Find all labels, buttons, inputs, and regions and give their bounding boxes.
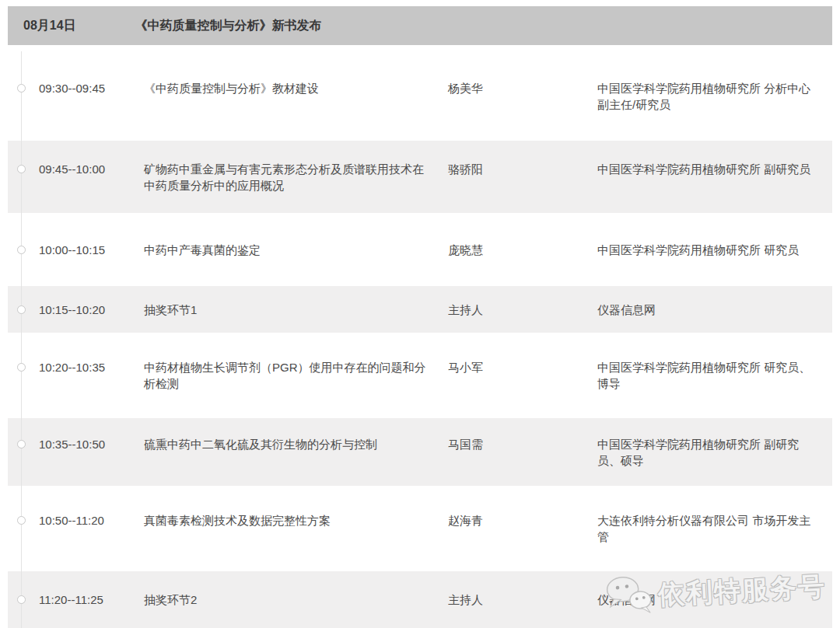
- session-affiliation: 大连依利特分析仪器有限公司 市场开发主管: [597, 512, 821, 545]
- schedule-page: 08月14日 《中药质量控制与分析》新书发布 09:30--09:45 《中药质…: [0, 0, 840, 628]
- session-speaker: 主持人: [448, 591, 597, 608]
- session-speaker: 主持人: [448, 302, 597, 318]
- session-speaker: 马国需: [448, 436, 597, 452]
- session-title: 《中药质量控制与分析》新书发布: [135, 18, 322, 34]
- session-speaker: 马小军: [448, 359, 597, 375]
- session-speaker: 赵海青: [448, 512, 597, 529]
- session-speaker: 杨美华: [448, 80, 597, 96]
- schedule-row: 09:30--09:45 《中药质量控制与分析》教材建设 杨美华 中国医学科学院…: [8, 51, 832, 141]
- session-date: 08月14日: [23, 18, 76, 34]
- session-speaker: 骆骄阳: [448, 161, 597, 177]
- schedule-row: 10:20--10:35 中药材植物生长调节剂（PGR）使用中存在的问题和分析检…: [8, 333, 832, 418]
- session-topic: 真菌毒素检测技术及数据完整性方案: [144, 512, 448, 529]
- timeline-dot-icon: [17, 363, 26, 372]
- session-speaker: 庞晓慧: [448, 242, 597, 258]
- session-affiliation: 中国医学科学院药用植物研究所 分析中心副主任/研究员: [597, 80, 821, 113]
- session-topic: 中药材植物生长调节剂（PGR）使用中存在的问题和分析检测: [144, 359, 448, 392]
- session-topic: 抽奖环节2: [144, 591, 448, 608]
- timeline-dot-icon: [17, 246, 26, 254]
- session-affiliation: 中国医学科学院药用植物研究所 研究员、博导: [597, 359, 821, 392]
- session-topic: 硫熏中药中二氧化硫及其衍生物的分析与控制: [144, 436, 448, 452]
- schedule-row: 10:00--10:15 中药中产毒真菌的鉴定 庞晓慧 中国医学科学院药用植物研…: [8, 213, 832, 286]
- timeline-dot-icon: [17, 595, 26, 604]
- session-time: 11:20--11:25: [39, 591, 144, 608]
- timeline-dot-icon: [17, 440, 26, 448]
- session-topic: 矿物药中重金属与有害元素形态分析及质谱联用技术在中药质量分析中的应用概况: [144, 161, 448, 194]
- session-time: 10:20--10:35: [39, 359, 144, 375]
- timeline-dot-icon: [17, 516, 26, 525]
- session-affiliation: 仪器信息网: [597, 302, 821, 318]
- schedule-row: 10:15--10:20 抽奖环节1 主持人 仪器信息网: [8, 286, 832, 333]
- session-time: 10:35--10:50: [39, 436, 144, 452]
- schedule-row: 11:20--11:25 抽奖环节2 主持人 仪器信息网: [8, 571, 832, 628]
- session-topic: 《中药质量控制与分析》教材建设: [144, 80, 448, 96]
- timeline-line: [21, 51, 22, 628]
- session-affiliation: 仪器信息网: [597, 591, 821, 608]
- timeline-dot-icon: [17, 305, 26, 314]
- session-topic: 抽奖环节1: [144, 302, 448, 318]
- schedule-row: 10:50--11:20 真菌毒素检测技术及数据完整性方案 赵海青 大连依利特分…: [8, 486, 832, 571]
- session-topic: 中药中产毒真菌的鉴定: [144, 242, 448, 258]
- session-time: 09:45--10:00: [39, 161, 144, 177]
- session-time: 10:15--10:20: [39, 302, 144, 318]
- schedule-rows: 09:30--09:45 《中药质量控制与分析》教材建设 杨美华 中国医学科学院…: [8, 51, 832, 628]
- session-time: 10:50--11:20: [39, 512, 144, 529]
- session-affiliation: 中国医学科学院药用植物研究所 副研究员、硕导: [597, 436, 821, 469]
- timeline-dot-icon: [17, 165, 26, 173]
- session-time: 10:00--10:15: [39, 242, 144, 258]
- session-header-bar: 08月14日 《中药质量控制与分析》新书发布: [8, 6, 832, 45]
- schedule-row: 10:35--10:50 硫熏中药中二氧化硫及其衍生物的分析与控制 马国需 中国…: [8, 418, 832, 486]
- session-affiliation: 中国医学科学院药用植物研究所 研究员: [597, 242, 821, 258]
- session-affiliation: 中国医学科学院药用植物研究所 副研究员: [597, 161, 821, 177]
- timeline-dot-icon: [17, 84, 26, 92]
- session-time: 09:30--09:45: [39, 80, 144, 96]
- schedule-row: 09:45--10:00 矿物药中重金属与有害元素形态分析及质谱联用技术在中药质…: [8, 141, 832, 213]
